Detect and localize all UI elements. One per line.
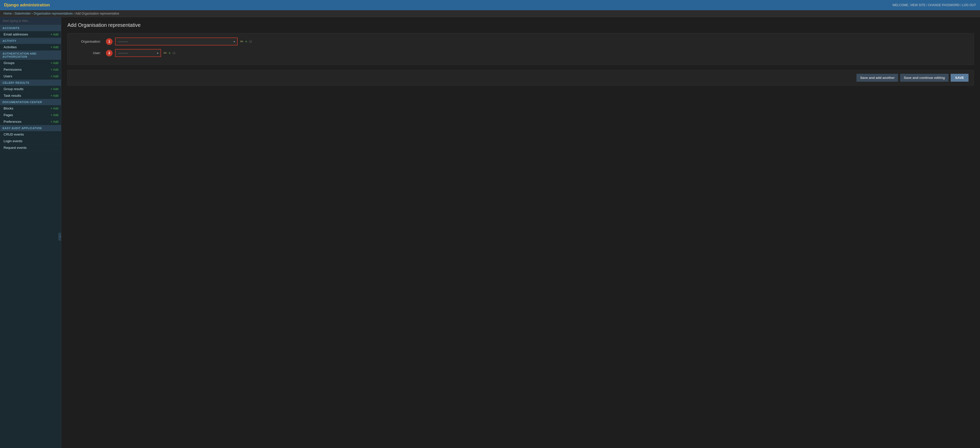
user-select-wrapper: --------- xyxy=(115,49,161,57)
top-nav-right: WELCOME, VIEW SITE / CHANGE PASSWORD / L… xyxy=(892,3,976,7)
add-blocks-link[interactable]: + Add xyxy=(51,107,59,110)
user-add-icon[interactable]: + xyxy=(169,51,171,56)
main-content: Add Organisation representative Organisa… xyxy=(61,17,980,448)
breadcrumb-org-reps[interactable]: Organisation representatives xyxy=(33,12,73,15)
breadcrumb-home[interactable]: Home xyxy=(3,12,12,15)
organisation-select-wrapper: --------- xyxy=(115,38,238,45)
add-group-results-link[interactable]: + Add xyxy=(51,87,59,91)
save-and-add-another-button[interactable]: Save and add another xyxy=(856,74,898,82)
add-activities-link[interactable]: + Add xyxy=(51,45,59,49)
sidebar-section-activity: ACTIVITY xyxy=(0,38,61,44)
sidebar-section-auth: AUTHENTICATION AND AUTHORIZATION xyxy=(0,51,61,60)
change-password-link[interactable]: CHANGE PASSWORD xyxy=(928,3,959,7)
save-bar: Save and add another Save and continue e… xyxy=(67,70,974,86)
user-form-row: User: 2 --------- ✏ + ⊖ xyxy=(73,49,969,57)
add-pages-link[interactable]: + Add xyxy=(51,113,59,117)
breadcrumb: Home › Stakeholder › Organisation repres… xyxy=(0,10,980,17)
sidebar-item-group-results[interactable]: Group results + Add xyxy=(0,86,61,92)
page-title: Add Organisation representative xyxy=(67,22,974,28)
site-title: Django administration xyxy=(4,3,50,8)
organisation-add-icon[interactable]: + xyxy=(245,39,247,44)
add-preferences-link[interactable]: + Add xyxy=(51,120,59,124)
sidebar-item-activities[interactable]: Activities + Add xyxy=(0,44,61,51)
sidebar-item-email-addresses[interactable]: Email addresses + Add xyxy=(0,31,61,38)
sidebar-section-accounts: ACCOUNTS xyxy=(0,25,61,31)
log-out-link[interactable]: LOG OUT xyxy=(962,3,976,7)
organisation-form-row: Organisation: 1 --------- ✏ + ⊖ xyxy=(73,38,969,45)
sidebar-item-login-events[interactable]: Login events xyxy=(0,138,61,145)
user-select[interactable]: --------- xyxy=(115,49,161,57)
organisation-action-icons: ✏ + ⊖ xyxy=(240,39,252,44)
sidebar-item-preferences[interactable]: Preferences + Add xyxy=(0,118,61,125)
save-button[interactable]: SAVE xyxy=(951,74,969,82)
sidebar: ACCOUNTS Email addresses + Add ACTIVITY … xyxy=(0,17,61,448)
sidebar-item-task-results[interactable]: Task results + Add xyxy=(0,92,61,99)
sidebar-collapse-button[interactable]: « xyxy=(59,233,61,241)
organisation-delete-icon[interactable]: ⊖ xyxy=(249,39,252,44)
organisation-step-badge: 1 xyxy=(106,38,113,45)
sidebar-section-docs: DOCUMENTATION CENTER xyxy=(0,99,61,105)
breadcrumb-stakeholder[interactable]: Stakeholder xyxy=(14,12,31,15)
user-edit-icon[interactable]: ✏ xyxy=(164,51,167,56)
sidebar-item-users[interactable]: Users + Add xyxy=(0,73,61,80)
sidebar-item-crud-events[interactable]: CRUD events xyxy=(0,131,61,138)
add-email-addresses-link[interactable]: + Add xyxy=(51,33,59,36)
sidebar-item-permissions[interactable]: Permissions + Add xyxy=(0,66,61,73)
sidebar-item-pages[interactable]: Pages + Add xyxy=(0,112,61,118)
user-action-icons: ✏ + ⊖ xyxy=(164,51,176,56)
sidebar-filter-input[interactable] xyxy=(0,17,61,25)
sidebar-item-request-events[interactable]: Request events xyxy=(0,145,61,151)
sidebar-section-audit: EASY AUDIT APPLICATION xyxy=(0,125,61,131)
save-and-continue-editing-button[interactable]: Save and continue editing xyxy=(900,74,948,82)
add-users-link[interactable]: + Add xyxy=(51,75,59,78)
organisation-label: Organisation: xyxy=(73,40,103,43)
form-container: Organisation: 1 --------- ✏ + ⊖ User: 2 xyxy=(67,33,974,65)
breadcrumb-current: Add Organisation representative xyxy=(75,12,119,15)
layout: ACCOUNTS Email addresses + Add ACTIVITY … xyxy=(0,17,980,448)
sidebar-section-celery: CELERY RESULTS xyxy=(0,80,61,86)
welcome-text: WELCOME, xyxy=(892,3,909,7)
view-site-link[interactable]: VIEW SITE xyxy=(910,3,925,7)
top-navigation: Django administration WELCOME, VIEW SITE… xyxy=(0,0,980,10)
organisation-edit-icon[interactable]: ✏ xyxy=(240,39,243,44)
sidebar-item-groups[interactable]: Groups + Add xyxy=(0,60,61,66)
sidebar-item-blocks[interactable]: Blocks + Add xyxy=(0,105,61,112)
add-groups-link[interactable]: + Add xyxy=(51,61,59,65)
organisation-select[interactable]: --------- xyxy=(115,38,238,45)
add-permissions-link[interactable]: + Add xyxy=(51,68,59,72)
user-delete-icon[interactable]: ⊖ xyxy=(172,51,176,56)
user-step-badge: 2 xyxy=(106,50,113,56)
add-task-results-link[interactable]: + Add xyxy=(51,94,59,97)
user-label: User: xyxy=(73,51,103,55)
